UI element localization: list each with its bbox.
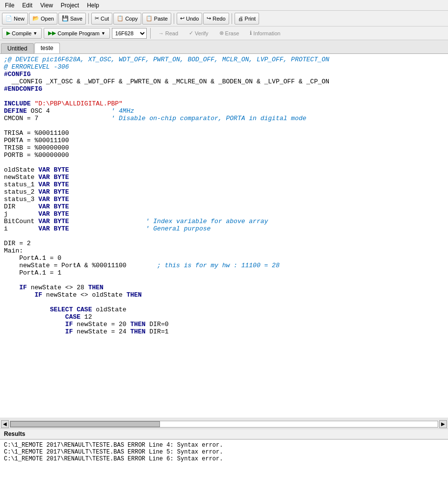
scroll-left-button[interactable]: ◀ xyxy=(1,420,9,428)
erase-label: Erase xyxy=(225,30,239,36)
cut-icon: ✂ xyxy=(95,15,99,22)
menu-bar: File Edit View Project Help xyxy=(0,0,448,11)
information-button[interactable]: ℹ Information xyxy=(245,28,285,39)
information-icon: ℹ xyxy=(250,30,252,36)
open-label: Open xyxy=(41,16,54,22)
compile-program-icon: ▶▶ xyxy=(48,30,56,36)
menu-edit[interactable]: Edit xyxy=(18,1,36,10)
read-icon: → xyxy=(158,30,164,36)
separator-1 xyxy=(88,13,89,24)
editor-wrap: ;@ DEVICE pic16F628A, XT_OSC, WDT_OFF, P… xyxy=(0,54,448,429)
results-panel: C:\1_REMOTE 2017\RENAULT\TESTE.BAS ERROR… xyxy=(0,439,448,481)
open-button[interactable]: 📂 Open xyxy=(29,13,57,25)
h-scrollbar-track[interactable] xyxy=(10,421,438,428)
code-editor[interactable]: ;@ DEVICE pic16F628A, XT_OSC, WDT_OFF, P… xyxy=(0,54,448,417)
new-icon: 📄 xyxy=(5,15,12,22)
compile-button[interactable]: ▶ Compile ▼ xyxy=(2,28,42,39)
redo-button[interactable]: ↪ Redo xyxy=(203,13,229,25)
print-label: Print xyxy=(245,16,256,22)
cut-button[interactable]: ✂ Cut xyxy=(91,13,112,25)
save-button[interactable]: 💾 Save xyxy=(58,13,86,25)
results-label: Results xyxy=(0,429,448,439)
cut-label: Cut xyxy=(101,16,109,22)
editor-scroll[interactable]: ;@ DEVICE pic16F628A, XT_OSC, WDT_OFF, P… xyxy=(0,54,448,419)
scroll-right-button[interactable]: ▶ xyxy=(439,420,447,428)
separator-3 xyxy=(232,13,232,24)
separator-4 xyxy=(150,28,151,39)
paste-label: Paste xyxy=(154,16,168,22)
paste-icon: 📋 xyxy=(146,15,153,22)
save-label: Save xyxy=(70,16,82,22)
print-button[interactable]: 🖨 Print xyxy=(235,13,260,25)
compile-bar: ▶ Compile ▼ ▶▶ Compile Program ▼ 16F628 … xyxy=(0,26,448,40)
paste-button[interactable]: 📋 Paste xyxy=(142,13,171,25)
menu-help[interactable]: Help xyxy=(83,1,103,10)
undo-label: Undo xyxy=(186,16,199,22)
redo-icon: ↪ xyxy=(207,15,211,22)
menu-file[interactable]: File xyxy=(1,1,18,10)
compile-arrow: ▼ xyxy=(33,31,37,36)
tabs: Untitled teste xyxy=(0,40,448,54)
menu-view[interactable]: View xyxy=(36,1,57,10)
error-line-1: C:\1_REMOTE 2017\RENAULT\TESTE.BAS ERROR… xyxy=(4,442,444,449)
compile-program-arrow: ▼ xyxy=(101,31,105,36)
redo-label: Redo xyxy=(212,16,225,22)
tab-teste[interactable]: teste xyxy=(34,43,60,53)
error-line-2: C:\1_REMOTE 2017\RENAULT\TESTE.BAS ERROR… xyxy=(4,449,444,456)
read-button[interactable]: → Read xyxy=(154,28,183,39)
copy-button[interactable]: 📋 Copy xyxy=(113,13,141,25)
tab-untitled[interactable]: Untitled xyxy=(1,43,34,53)
main-area: ;@ DEVICE pic16F628A, XT_OSC, WDT_OFF, P… xyxy=(0,54,448,481)
undo-icon: ↩ xyxy=(180,15,184,22)
verify-label: Verify xyxy=(195,30,209,36)
verify-button[interactable]: ✓ Verify xyxy=(184,28,213,39)
open-icon: 📂 xyxy=(32,15,39,22)
device-select[interactable]: 16F628 16F84A 16F877A xyxy=(112,28,147,39)
print-icon: 🖨 xyxy=(238,16,243,22)
compile-label: Compile xyxy=(12,30,31,36)
compile-program-button[interactable]: ▶▶ Compile Program ▼ xyxy=(44,28,110,39)
menu-project[interactable]: Project xyxy=(57,1,83,10)
verify-icon: ✓ xyxy=(189,30,193,36)
information-label: Information xyxy=(253,30,280,36)
scrollbar-area: ◀ ▶ xyxy=(0,419,448,429)
separator-2 xyxy=(174,13,174,24)
read-label: Read xyxy=(165,30,178,36)
erase-button[interactable]: ⊗ Erase xyxy=(215,28,244,39)
copy-label: Copy xyxy=(125,16,138,22)
compile-program-label: Compile Program xyxy=(57,30,100,36)
error-line-3: C:\1_REMOTE 2017\RENAULT\TESTE.BAS ERROR… xyxy=(4,456,444,462)
compile-icon: ▶ xyxy=(6,30,10,36)
erase-icon: ⊗ xyxy=(219,30,224,36)
new-label: New xyxy=(14,16,25,22)
toolbar: 📄 New 📂 Open 💾 Save ✂ Cut 📋 Copy 📋 Paste… xyxy=(0,11,448,26)
save-icon: 💾 xyxy=(62,15,69,22)
copy-icon: 📋 xyxy=(117,15,124,22)
undo-button[interactable]: ↩ Undo xyxy=(177,13,202,25)
new-button[interactable]: 📄 New xyxy=(2,13,28,25)
h-scrollbar-thumb[interactable] xyxy=(10,421,160,427)
